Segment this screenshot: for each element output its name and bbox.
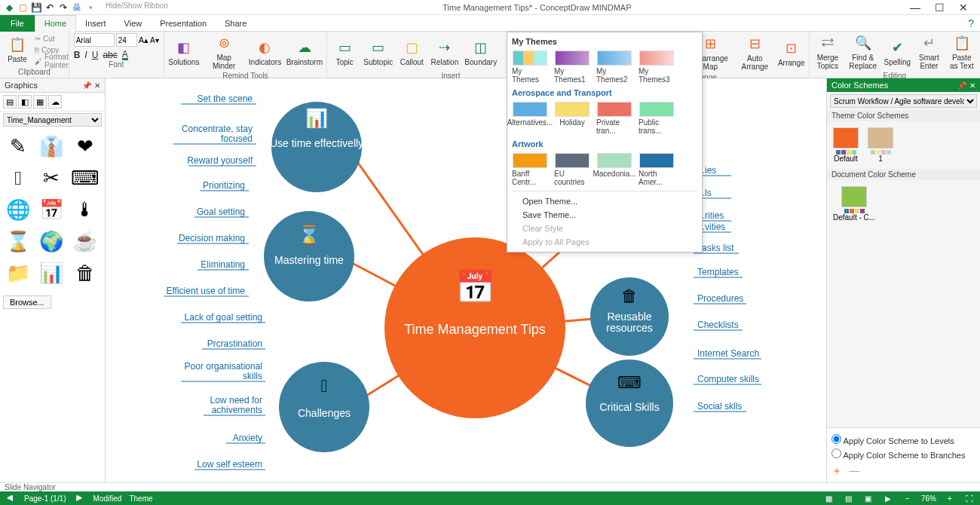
next-page-icon[interactable]: ⯈ — [74, 494, 86, 503]
view-mode-icon[interactable]: ▤ — [843, 494, 855, 503]
prev-page-icon[interactable]: ⯇ — [5, 494, 17, 503]
stairs-icon[interactable]: 𓊍 — [5, 164, 32, 191]
color-scheme-selector[interactable]: Scrum Workflow / Agile software developm… — [830, 94, 977, 108]
italic-button[interactable]: I — [84, 50, 87, 60]
topic[interactable]: Internet Search — [697, 348, 759, 359]
scheme-swatch-one[interactable]: 1 — [868, 127, 893, 163]
redo-icon[interactable]: ↷ — [57, 2, 69, 14]
cut-button[interactable]: ✂Cut — [35, 33, 69, 44]
graphics-category-select[interactable]: Time_Management — [3, 113, 102, 127]
topic[interactable]: Lack of goal setting — [185, 312, 262, 323]
topic[interactable]: Low self esteem — [197, 459, 262, 470]
scissors-icon[interactable]: ✂ — [38, 164, 65, 191]
relation-button[interactable]: ⇢Relation — [429, 38, 460, 68]
scheme-swatch-default-c[interactable]: Default - C... — [833, 186, 875, 222]
maximize-button[interactable]: ☐ — [930, 2, 948, 14]
scheme-swatch-default[interactable]: Default — [833, 127, 859, 163]
view-mode-icon[interactable]: ▦ — [823, 494, 835, 503]
tab-share[interactable]: Share — [216, 15, 256, 32]
graphics-tool-icon[interactable]: ☁ — [48, 95, 62, 109]
topic[interactable]: Prcrastination — [207, 338, 262, 349]
pencil-icon[interactable]: ✎ — [5, 133, 32, 160]
close-button[interactable]: ✕ — [954, 2, 972, 14]
thermometer-icon[interactable]: 🌡 — [72, 196, 99, 223]
zoom-in-icon[interactable]: + — [944, 494, 956, 503]
tie-icon[interactable]: 👔 — [38, 133, 65, 160]
zoom-out-icon[interactable]: − — [902, 494, 914, 503]
topic[interactable]: Decision making — [179, 233, 245, 243]
theme-thumb[interactable]: My Themes3 — [639, 50, 675, 84]
topic[interactable]: Procedures — [697, 293, 743, 304]
map-minder-button[interactable]: ⊚Map Minder — [204, 33, 244, 72]
find-replace-button[interactable]: 🔍Find & Replace — [846, 33, 880, 72]
tab-home[interactable]: Home — [35, 15, 76, 32]
topic[interactable]: Computer skills — [697, 374, 759, 384]
theme-thumb[interactable]: Public trans... — [639, 102, 675, 135]
topic[interactable]: Goal setting — [197, 207, 245, 217]
topic[interactable]: Low need forachivements — [210, 395, 262, 415]
smart-enter-button[interactable]: ↵Smart Enter — [914, 33, 943, 72]
topic[interactable]: Eliminating — [201, 259, 245, 270]
minimize-button[interactable]: — — [906, 2, 924, 14]
presentation-icon[interactable]: 📊 — [38, 259, 65, 286]
spelling-button[interactable]: ✔Spelling — [883, 38, 911, 68]
calculator-icon[interactable]: ⌨ — [72, 164, 99, 191]
fit-icon[interactable]: ⛶ — [963, 494, 975, 503]
auto-arrange-button[interactable]: ⊟Auto Arrange — [736, 34, 774, 72]
theme-thumb[interactable]: EU countries — [554, 153, 590, 186]
callout-button[interactable]: ▢Callout — [397, 38, 426, 68]
hide-show-ribbon[interactable]: Hide/Show Ribbon — [106, 2, 168, 14]
pin-icon[interactable]: 📌 — [82, 81, 91, 90]
apply-levels-radio[interactable]: Apply Color Scheme to Levels — [831, 433, 975, 447]
topic[interactable]: Set the scene — [198, 93, 253, 104]
coffee-icon[interactable]: ☕ — [72, 228, 99, 255]
boundary-button[interactable]: ◫Boundary — [463, 38, 498, 68]
topic[interactable]: Tasks list — [697, 243, 734, 253]
hourglass-icon[interactable]: ⌛ — [5, 228, 32, 255]
folder-icon[interactable]: 📁 — [5, 259, 32, 286]
topic-button[interactable]: ▭Topic — [330, 38, 359, 68]
view-mode-icon[interactable]: ▣ — [862, 494, 874, 503]
theme-thumb[interactable]: My Themes2 — [596, 50, 632, 84]
mindmap-canvas[interactable]: Time Management Tips 📅 📊 Use time effect… — [106, 78, 826, 482]
paste-button[interactable]: 📋 Paste — [3, 35, 32, 65]
bold-button[interactable]: B — [74, 50, 81, 60]
add-scheme-icon[interactable]: ＋ — [831, 464, 842, 476]
merge-topics-button[interactable]: ⮂Merge Topics — [813, 33, 843, 72]
play-icon[interactable]: ▶ — [882, 494, 894, 503]
theme-thumb[interactable]: My Themes — [512, 50, 548, 84]
font-color-button[interactable]: A — [122, 50, 128, 60]
topic[interactable]: Concentrate, stayfocused — [182, 124, 253, 144]
topic[interactable]: Prioritizing — [203, 180, 245, 191]
topic[interactable]: Social sklls — [697, 401, 742, 412]
calendar-icon[interactable]: 📅 — [38, 196, 65, 223]
help-icon[interactable]: ? — [968, 17, 974, 29]
theme-thumb[interactable]: Private tran... — [596, 102, 632, 135]
shrink-font-icon[interactable]: A▾ — [150, 36, 159, 44]
globe-icon[interactable]: 🌐 — [5, 196, 32, 223]
trash-icon[interactable]: 🗑 — [72, 259, 99, 286]
apply-branches-radio[interactable]: Apply Color Scheme to Branches — [831, 447, 975, 461]
topic[interactable]: Templates — [697, 267, 739, 277]
save-theme-item[interactable]: Save Theme... — [512, 208, 697, 222]
pin-icon[interactable]: 📌 — [957, 81, 966, 90]
subtopic-button[interactable]: ▭Subtopic — [362, 38, 394, 68]
format-painter-button[interactable]: 🖌Format Painter — [35, 56, 69, 66]
browse-button[interactable]: Browse... — [3, 295, 51, 309]
font-name-select[interactable] — [74, 33, 115, 47]
graphics-tool-icon[interactable]: ▦ — [33, 95, 47, 109]
theme-thumb[interactable]: North Amer... — [639, 153, 675, 186]
print-icon[interactable]: 🖶 — [71, 2, 83, 14]
remove-scheme-icon[interactable]: — — [849, 464, 859, 476]
graphics-tool-icon[interactable]: ▤ — [3, 95, 17, 109]
theme-thumb[interactable]: Holiday — [554, 102, 590, 135]
graphics-tool-icon[interactable]: ◧ — [18, 95, 32, 109]
topic[interactable]: Poor organisationalskills — [185, 361, 262, 381]
tab-presentation[interactable]: Presentation — [151, 15, 216, 32]
brainstorm-button[interactable]: ☁Brainstorm — [286, 38, 324, 68]
theme-thumb[interactable]: Alternatives... — [512, 102, 548, 135]
undo-icon[interactable]: ↶ — [44, 2, 56, 14]
tab-view[interactable]: View — [115, 15, 152, 32]
tab-file[interactable]: File — [0, 15, 35, 32]
close-icon[interactable]: ✕ — [969, 81, 975, 90]
